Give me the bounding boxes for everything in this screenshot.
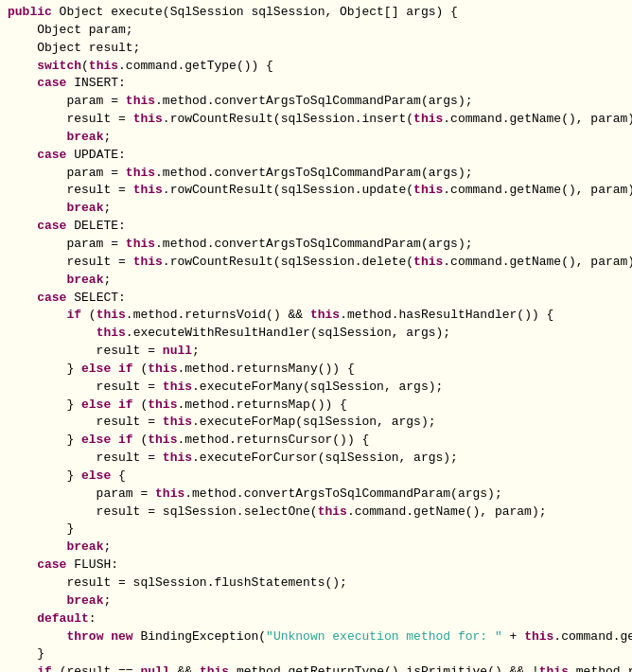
code-line: result = sqlSession.flushStatements(); xyxy=(8,575,632,592)
code-line: result = this.rowCountResult(sqlSession.… xyxy=(8,254,632,272)
code-line: result = sqlSession.selectOne(this.comma… xyxy=(8,504,632,522)
code-line: Object param; xyxy=(8,22,632,40)
code-line: result = this.executeForCursor(sqlSessio… xyxy=(8,450,632,468)
code-line: result = this.executeForMap(sqlSession, … xyxy=(8,414,632,432)
code-line: } xyxy=(8,645,632,663)
code-line: if (this.method.returnsVoid() && this.me… xyxy=(8,307,632,325)
code-line: case INSERT: xyxy=(8,75,632,93)
code-line: result = this.rowCountResult(sqlSession.… xyxy=(8,111,632,129)
code-line: default: xyxy=(8,610,632,628)
code-line: case FLUSH: xyxy=(8,557,632,575)
code-line: } else if (this.method.returnsCursor()) … xyxy=(8,432,632,450)
code-line: case SELECT: xyxy=(8,290,632,308)
code-line: } else if (this.method.returnsMany()) { xyxy=(8,361,632,379)
code-line: throw new BindingException("Unknown exec… xyxy=(8,628,632,646)
code-line: param = this.method.convertArgsToSqlComm… xyxy=(8,165,632,183)
code-line: break; xyxy=(8,200,632,218)
code-line: result = this.rowCountResult(sqlSession.… xyxy=(8,182,632,200)
code-line: break; xyxy=(8,272,632,290)
code-line: public Object execute(SqlSession sqlSess… xyxy=(8,4,632,22)
code-line: break; xyxy=(8,129,632,147)
code-line: } else if (this.method.returnsMap()) { xyxy=(8,397,632,415)
code-line: result = this.executeForMany(sqlSession,… xyxy=(8,379,632,397)
code-line: switch(this.command.getType()) { xyxy=(8,58,632,76)
code-line: param = this.method.convertArgsToSqlComm… xyxy=(8,236,632,254)
code-line: if (result == null && this.method.getRet… xyxy=(8,663,632,672)
code-container: public Object execute(SqlSession sqlSess… xyxy=(0,0,632,672)
code-line: } else { xyxy=(8,468,632,486)
code-line: case UPDATE: xyxy=(8,147,632,165)
code-lines: public Object execute(SqlSession sqlSess… xyxy=(8,4,632,672)
code-line: case DELETE: xyxy=(8,218,632,236)
code-line: break; xyxy=(8,592,632,610)
code-line: param = this.method.convertArgsToSqlComm… xyxy=(8,93,632,111)
code-line: param = this.method.convertArgsToSqlComm… xyxy=(8,486,632,504)
code-line: Object result; xyxy=(8,40,632,58)
code-line: this.executeWithResultHandler(sqlSession… xyxy=(8,325,632,343)
code-line: break; xyxy=(8,539,632,557)
code-line: } xyxy=(8,521,632,539)
code-line: result = null; xyxy=(8,343,632,361)
